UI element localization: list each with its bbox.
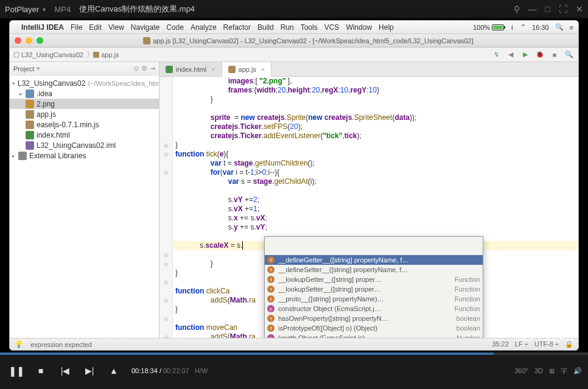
collapse-icon[interactable]: ⊙: [133, 65, 139, 72]
tree-item[interactable]: 2.png: [10, 99, 159, 109]
debug-button[interactable]: 🐞: [534, 49, 545, 60]
watermark: 懒人建站: [513, 324, 576, 344]
tree-item[interactable]: index.html: [10, 130, 159, 140]
project-tree[interactable]: ▾L32_UsingCanvas02(~/WorkSpeac/idea_html…: [10, 75, 159, 338]
app-menu[interactable]: IntelliJ IDEA: [21, 23, 64, 32]
video-filename: 使用Canvas制作炫酷的效果.mp4: [79, 4, 195, 15]
search-button[interactable]: 🔍: [564, 49, 575, 60]
menu-item[interactable]: File: [71, 23, 82, 32]
autocomplete-popup[interactable]: f__defineGetter__([string] propertyName,…: [264, 236, 483, 338]
close-tab-icon[interactable]: ×: [211, 66, 215, 73]
editor-code[interactable]: images:[ "2.png" ], frames:{width:20,hei…: [173, 77, 578, 338]
battery-indicator: 100%: [473, 24, 504, 31]
autocomplete-item[interactable]: fhasOwnProperty([string] propertyN…boole…: [265, 314, 483, 323]
menu-item[interactable]: Run: [281, 23, 294, 32]
menu-item[interactable]: Help: [379, 23, 394, 32]
tree-item[interactable]: ▸External Libraries: [10, 150, 159, 161]
tree-item[interactable]: app.js: [10, 109, 159, 119]
pin-icon[interactable]: ⚲: [514, 4, 520, 14]
bluetooth-icon[interactable]: ᚼ: [510, 24, 514, 31]
zoom-traffic-light[interactable]: [37, 37, 43, 44]
autocomplete-item[interactable]: f__lookupSetter__([string] proper…Functi…: [265, 284, 483, 294]
autocomplete-item[interactable]: f__lookupGetter__([string] proper…Functi…: [265, 275, 483, 284]
close-traffic-light[interactable]: [15, 37, 21, 44]
3d-button[interactable]: 3D: [534, 367, 543, 374]
bulb-icon[interactable]: 💡: [15, 340, 23, 348]
format-badge: MP4: [54, 5, 71, 14]
project-panel-title: Project: [13, 65, 34, 72]
next-button[interactable]: ▶|: [79, 360, 100, 381]
tree-item[interactable]: ▸.idea: [10, 88, 159, 99]
make-button[interactable]: ↯: [491, 49, 502, 60]
project-panel: Project ▾ ⊙ ⚙ ⇥ ▾L32_UsingCanvas02(~/Wor…: [10, 62, 159, 338]
editor-gutter[interactable]: ⊖⊖⊖⊖⊖⊖⊖⊖⊖⊖: [159, 77, 173, 338]
tree-item[interactable]: easeljs-0.7.1.min.js: [10, 119, 159, 130]
menu-item[interactable]: Tools: [301, 23, 318, 32]
mac-menu-bar: IntelliJ IDEA FileEditViewNavigateCodeAn…: [10, 21, 578, 34]
menu-item[interactable]: Code: [166, 23, 184, 32]
tree-item[interactable]: L32_UsingCanvas02.iml: [10, 140, 159, 150]
breadcrumb-root[interactable]: ▢ L32_UsingCanvas02: [13, 51, 83, 58]
autocomplete-item[interactable]: pconstructor Object (EcmaScript.j…Functi…: [265, 304, 483, 314]
close-button[interactable]: ✕: [576, 4, 583, 14]
stop-button[interactable]: ■: [549, 49, 560, 60]
ide-window: IntelliJ IDEA FileEditViewNavigateCodeAn…: [9, 20, 579, 351]
autocomplete-item[interactable]: f__proto__([string] propertyName)…Functi…: [265, 294, 483, 304]
fullscreen-button[interactable]: ⛶: [559, 4, 567, 14]
editor-tab[interactable]: index.html×: [159, 62, 222, 76]
minimize-button[interactable]: —: [528, 4, 537, 14]
volume-button[interactable]: 🔊: [573, 367, 582, 375]
video-viewport[interactable]: IntelliJ IDEA FileEditViewNavigateCodeAn…: [0, 18, 588, 352]
status-bar: 💡 expression expected 35:22 LF ÷ UTF-8 ÷…: [10, 338, 578, 350]
aspect-button[interactable]: ⊞: [549, 367, 555, 375]
editor-tabs: index.html×app.js×: [159, 62, 578, 77]
status-message: expression expected: [30, 341, 92, 348]
window-title: app.js [L32_UsingCanvas02] - L32_UsingCa…: [153, 37, 474, 44]
player-controls: ❚❚ ■ |◀ ▶| ▲ 00:18:34 / 00:22:07 H/W 360…: [0, 352, 588, 389]
menu-item[interactable]: Edit: [89, 23, 102, 32]
autocomplete-item[interactable]: fisPrototypeOf([Object] o) (Object)boole…: [265, 323, 483, 333]
menu-item[interactable]: Window: [346, 23, 372, 32]
minimize-traffic-light[interactable]: [26, 37, 32, 44]
autocomplete-item[interactable]: f__defineSetter__([string] propertyName,…: [265, 265, 483, 275]
tree-item[interactable]: ▾L32_UsingCanvas02(~/WorkSpeac/idea_html…: [10, 78, 159, 88]
menu-item[interactable]: Navigate: [131, 23, 159, 32]
menu-item[interactable]: Build: [257, 23, 274, 32]
potplayer-title-bar: PotPlayer ▾ MP4 使用Canvas制作炫酷的效果.mp4 ⚲ — …: [0, 0, 588, 18]
spotlight-icon[interactable]: 🔍: [555, 23, 564, 31]
clock: 16:30: [532, 24, 549, 31]
360-button[interactable]: 360°: [514, 367, 528, 374]
autocomplete-item[interactable]: plength Object (EcmaScript.js)Number: [265, 333, 483, 338]
settings-icon[interactable]: ⚙: [141, 65, 147, 72]
maximize-button[interactable]: □: [545, 4, 550, 14]
chevron-down-icon[interactable]: ▾: [43, 6, 46, 13]
hide-icon[interactable]: ⇥: [150, 65, 155, 72]
window-header: app.js [L32_UsingCanvas02] - L32_UsingCa…: [10, 34, 578, 47]
run-button[interactable]: ▶: [520, 49, 531, 60]
nav-back-button[interactable]: ◀: [505, 49, 516, 60]
time-display: 00:18:34 / 00:22:07 H/W: [131, 367, 208, 374]
breadcrumb-file[interactable]: app.js: [93, 51, 119, 58]
cursor-position[interactable]: 35:22: [492, 340, 509, 348]
menu-icon[interactable]: ≡: [570, 24, 573, 31]
wifi-icon[interactable]: ⌃: [520, 23, 526, 31]
toolbar: ▢ L32_UsingCanvas02 app.js ↯ ◀ ▶ 🐞 ■ 🔍: [10, 47, 578, 62]
play-pause-button[interactable]: ❚❚: [6, 360, 27, 381]
menu-item[interactable]: Refactor: [223, 23, 251, 32]
stop-button[interactable]: ■: [30, 360, 51, 381]
autocomplete-item[interactable]: f__defineGetter__([string] propertyName,…: [265, 255, 483, 265]
subtitle-button[interactable]: 字: [561, 366, 567, 376]
menu-item[interactable]: VCS: [324, 23, 340, 32]
menu-item[interactable]: Analyze: [191, 23, 217, 32]
editor-tab[interactable]: app.js×: [222, 62, 272, 77]
file-icon: [143, 37, 150, 44]
close-tab-icon[interactable]: ×: [261, 66, 265, 73]
prev-button[interactable]: |◀: [55, 360, 75, 381]
menu-item[interactable]: View: [108, 23, 124, 32]
app-name: PotPlayer: [5, 5, 39, 14]
eject-button[interactable]: ▲: [103, 360, 124, 381]
